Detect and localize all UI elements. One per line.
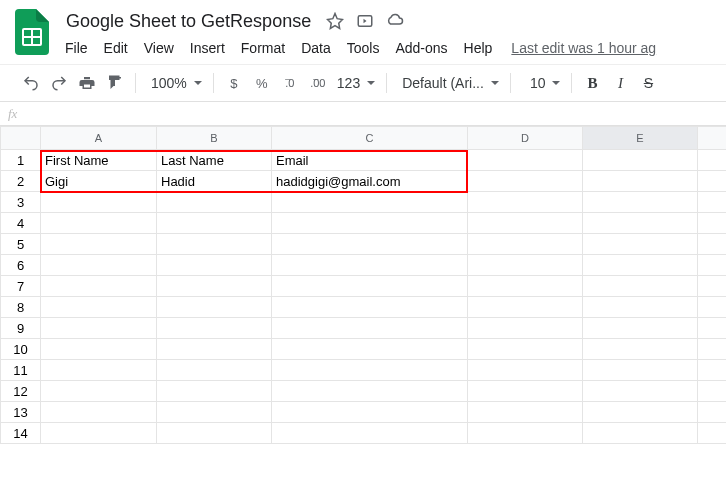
cell-D10[interactable] [468, 339, 583, 360]
cell-C3[interactable] [272, 192, 468, 213]
cell-E8[interactable] [583, 297, 698, 318]
star-icon[interactable] [325, 11, 345, 31]
row-header-3[interactable]: 3 [1, 192, 41, 213]
cell-C2[interactable]: hadidgigi@gmail.com [272, 171, 468, 192]
row-header-6[interactable]: 6 [1, 255, 41, 276]
cell-F6[interactable] [698, 255, 727, 276]
cell-B14[interactable] [157, 423, 272, 444]
cell-B5[interactable] [157, 234, 272, 255]
italic-button[interactable]: I [607, 70, 633, 96]
cell-A14[interactable] [41, 423, 157, 444]
cell-B10[interactable] [157, 339, 272, 360]
cell-E6[interactable] [583, 255, 698, 276]
menu-addons[interactable]: Add-ons [388, 36, 454, 60]
number-format-select[interactable]: 123 [333, 71, 379, 95]
cell-C13[interactable] [272, 402, 468, 423]
doc-title[interactable]: Google Sheet to GetResponse [62, 10, 315, 33]
cell-D9[interactable] [468, 318, 583, 339]
formula-bar[interactable]: fx [0, 102, 726, 126]
bold-button[interactable]: B [579, 70, 605, 96]
row-header-4[interactable]: 4 [1, 213, 41, 234]
sheets-app-icon[interactable] [12, 12, 52, 52]
cell-B12[interactable] [157, 381, 272, 402]
col-header-c[interactable]: C [272, 127, 468, 150]
row-header-9[interactable]: 9 [1, 318, 41, 339]
print-button[interactable] [74, 70, 100, 96]
cell-B4[interactable] [157, 213, 272, 234]
cell-C10[interactable] [272, 339, 468, 360]
col-header-d[interactable]: D [468, 127, 583, 150]
row-header-13[interactable]: 13 [1, 402, 41, 423]
row-header-1[interactable]: 1 [1, 150, 41, 171]
cell-A4[interactable] [41, 213, 157, 234]
cell-E14[interactable] [583, 423, 698, 444]
increase-decimal-button[interactable]: .00_ [305, 70, 331, 96]
cell-B11[interactable] [157, 360, 272, 381]
font-size-select[interactable]: 10 [518, 71, 565, 95]
cell-D8[interactable] [468, 297, 583, 318]
cell-F12[interactable] [698, 381, 727, 402]
cell-C6[interactable] [272, 255, 468, 276]
cell-F11[interactable] [698, 360, 727, 381]
cell-D11[interactable] [468, 360, 583, 381]
cell-C14[interactable] [272, 423, 468, 444]
redo-button[interactable] [46, 70, 72, 96]
spreadsheet-grid[interactable]: A B C D E 1First NameLast NameEmail2Gigi… [0, 126, 726, 444]
row-header-14[interactable]: 14 [1, 423, 41, 444]
cloud-status-icon[interactable] [385, 11, 405, 31]
cell-D4[interactable] [468, 213, 583, 234]
cell-E13[interactable] [583, 402, 698, 423]
row-header-8[interactable]: 8 [1, 297, 41, 318]
cell-C9[interactable] [272, 318, 468, 339]
cell-A6[interactable] [41, 255, 157, 276]
cell-C1[interactable]: Email [272, 150, 468, 171]
row-header-10[interactable]: 10 [1, 339, 41, 360]
cell-F8[interactable] [698, 297, 727, 318]
cell-E4[interactable] [583, 213, 698, 234]
undo-button[interactable] [18, 70, 44, 96]
cell-E7[interactable] [583, 276, 698, 297]
cell-F9[interactable] [698, 318, 727, 339]
cell-F10[interactable] [698, 339, 727, 360]
cell-E10[interactable] [583, 339, 698, 360]
cell-D6[interactable] [468, 255, 583, 276]
cell-C12[interactable] [272, 381, 468, 402]
cell-F2[interactable] [698, 171, 727, 192]
cell-F1[interactable] [698, 150, 727, 171]
currency-button[interactable]: $ [221, 70, 247, 96]
cell-C7[interactable] [272, 276, 468, 297]
cell-E11[interactable] [583, 360, 698, 381]
cell-D12[interactable] [468, 381, 583, 402]
cell-A12[interactable] [41, 381, 157, 402]
cell-A10[interactable] [41, 339, 157, 360]
cell-C4[interactable] [272, 213, 468, 234]
decrease-decimal-button[interactable]: .0_ [277, 70, 303, 96]
cell-A8[interactable] [41, 297, 157, 318]
cell-E1[interactable] [583, 150, 698, 171]
cell-B9[interactable] [157, 318, 272, 339]
row-header-7[interactable]: 7 [1, 276, 41, 297]
cell-A1[interactable]: First Name [41, 150, 157, 171]
zoom-select[interactable]: 100% [143, 71, 206, 95]
menu-tools[interactable]: Tools [340, 36, 387, 60]
menu-help[interactable]: Help [457, 36, 500, 60]
row-header-12[interactable]: 12 [1, 381, 41, 402]
col-header-b[interactable]: B [157, 127, 272, 150]
cell-F14[interactable] [698, 423, 727, 444]
cell-E12[interactable] [583, 381, 698, 402]
cell-B7[interactable] [157, 276, 272, 297]
cell-D7[interactable] [468, 276, 583, 297]
cell-B8[interactable] [157, 297, 272, 318]
row-header-11[interactable]: 11 [1, 360, 41, 381]
cell-B2[interactable]: Hadid [157, 171, 272, 192]
cell-F13[interactable] [698, 402, 727, 423]
cell-C8[interactable] [272, 297, 468, 318]
cell-F4[interactable] [698, 213, 727, 234]
menu-edit[interactable]: Edit [97, 36, 135, 60]
cell-A3[interactable] [41, 192, 157, 213]
cell-C11[interactable] [272, 360, 468, 381]
cell-D2[interactable] [468, 171, 583, 192]
col-header-f[interactable] [698, 127, 727, 150]
cell-F7[interactable] [698, 276, 727, 297]
cell-F5[interactable] [698, 234, 727, 255]
